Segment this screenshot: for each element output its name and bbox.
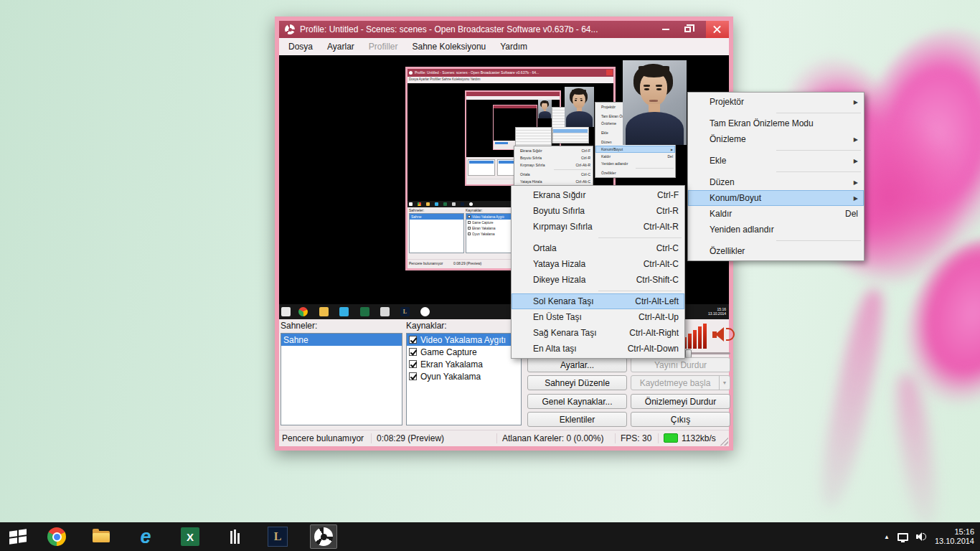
statusbar: Pencere bulunamıyor 0:08:29 (Preview) At… <box>279 430 729 446</box>
menubar-item[interactable]: Ayarlar <box>321 39 361 54</box>
plugins-button[interactable]: Eklentiler <box>527 412 627 427</box>
capture-ie-icon <box>339 307 349 316</box>
app-icon[interactable] <box>224 526 245 547</box>
context-menu-item[interactable]: KaldırDel <box>688 206 864 222</box>
context-menu-item[interactable]: Projektör▶ <box>688 94 864 110</box>
position-menu-item[interactable]: Kırpmayı SıfırlaCtrl-Alt-R <box>512 219 684 235</box>
submenu-arrow-icon: ▶ <box>849 158 858 164</box>
sources-listbox[interactable]: Video Yakalama Aygıtı Game Capture Ekran… <box>406 333 522 425</box>
speaker-icon <box>712 324 737 344</box>
close-button[interactable] <box>706 21 729 38</box>
chrome-icon[interactable] <box>46 526 67 547</box>
capture-chrome-icon <box>298 307 308 316</box>
context-menu-item <box>688 169 864 174</box>
capture-source-checkbox <box>468 227 471 230</box>
capture-excel-icon <box>360 307 369 316</box>
context-menu-item <box>688 147 864 153</box>
desktop: Profile: Untitled - Scenes: scenes - Ope… <box>0 0 980 551</box>
scenes-listbox[interactable]: Sahne <box>281 333 402 425</box>
position-menu-item[interactable]: Boyutu SıfırlaCtrl-R <box>512 203 684 219</box>
context-menu-item[interactable]: Konum/Boyut▶ <box>688 190 864 206</box>
capture-source-row: Oyun Yakalama <box>466 231 517 237</box>
source-row[interactable]: Ekran Yakalama <box>407 358 521 370</box>
position-menu-item[interactable]: Dikeye HizalaCtrl-Shift-C <box>512 272 684 288</box>
stop-stream-button: Yayını Durdur <box>631 357 730 372</box>
status-window-msg: Pencere bulunamıyor <box>282 433 364 443</box>
source-row[interactable]: Video Yakalama Aygıtı <box>407 334 521 346</box>
excel-icon[interactable]: X <box>179 526 201 547</box>
source-checkbox[interactable] <box>409 360 417 368</box>
position-menu-item[interactable]: Ekrana SığdırCtrl-F <box>512 187 684 203</box>
capture-explorer-icon <box>319 307 329 316</box>
capture-source-row: Video Yakalama Aygıtı <box>466 214 517 220</box>
tray-volume-icon[interactable] <box>916 532 927 542</box>
scene-row[interactable]: Sahne <box>281 334 402 346</box>
capture-source-row: Ekran Yakalama <box>466 225 517 231</box>
capture-context-menu-item: Yeniden adlandır <box>595 160 675 167</box>
position-menu-item[interactable]: Sağ Kenara TaşıCtrl-Alt-Right <box>512 325 684 341</box>
source-row[interactable]: Oyun Yakalama <box>407 370 521 382</box>
windows-flag-icon <box>9 529 27 544</box>
context-menu-item[interactable]: Ekle▶ <box>688 153 864 169</box>
system-tray: ▲ 15:16 13.10.2014 <box>884 522 974 551</box>
capture-lol-icon: L <box>400 307 410 316</box>
position-menu-item[interactable]: Sol Kenara TaşıCtrl-Alt-Left <box>512 293 684 309</box>
source-checkbox[interactable] <box>409 348 417 356</box>
file-explorer-icon[interactable] <box>90 526 112 547</box>
capture-tray-clock: 15:1613.10.2014 <box>708 307 726 316</box>
start-button[interactable] <box>7 526 29 547</box>
menubar-item[interactable]: Profiller <box>362 39 405 54</box>
capture-close-button <box>606 70 613 75</box>
position-menu-item[interactable]: Yataya HizalaCtrl-Alt-C <box>512 256 684 272</box>
capture-menubar: Dosya Ayarlar Profiller Sahne Koleksiyon… <box>407 77 613 83</box>
restore-button[interactable] <box>677 21 697 38</box>
context-menu-item[interactable]: Önizleme▶ <box>688 131 864 147</box>
tray-expand-icon[interactable]: ▲ <box>884 534 890 540</box>
status-fps: FPS: 30 <box>621 433 651 443</box>
menubar-item[interactable]: Yardım <box>494 39 534 54</box>
capture-obs-icon <box>420 307 430 316</box>
submenu-arrow-icon: ▶ <box>849 136 858 143</box>
internet-explorer-icon[interactable]: e <box>135 526 156 547</box>
minimize-button[interactable] <box>656 21 676 38</box>
position-menu-item[interactable]: En Üste TaşıCtrl-Alt-Up <box>512 309 684 325</box>
menubar-item[interactable]: Dosya <box>282 39 319 54</box>
settings-button[interactable]: Ayarlar... <box>527 357 627 372</box>
edit-scene-button[interactable]: Sahneyi Düzenle <box>527 375 627 390</box>
capture-status-window-msg: Pencere bulunamıyor <box>409 261 443 265</box>
status-dropped-frames: Atlanan Kareler: 0 (0.00%) <box>502 433 603 443</box>
context-menu-item[interactable]: Özellikler <box>688 243 864 259</box>
capture-scene-row: Sahne <box>410 214 463 220</box>
position-menu-item[interactable]: En Alta taşıCtrl-Alt-Down <box>512 341 684 357</box>
stop-preview-button[interactable]: Önizlemeyi Durdur <box>631 394 730 409</box>
context-menu-item[interactable]: Düzen▶ <box>688 174 864 190</box>
titlebar[interactable]: Profile: Untitled - Scenes: scenes - Ope… <box>279 21 729 38</box>
status-time: 0:08:29 (Preview) <box>377 433 444 443</box>
obs-logo-icon <box>314 527 333 546</box>
context-menu-item <box>688 110 864 116</box>
webcam-source[interactable] <box>623 60 687 145</box>
capture-source-checkbox <box>468 215 471 218</box>
league-of-legends-icon[interactable]: L <box>267 526 288 547</box>
position-menu-item[interactable]: OrtalaCtrl-C <box>512 240 684 256</box>
context-menu-item[interactable]: Tam Ekran Önizleme Modu <box>688 116 864 131</box>
global-sources-button[interactable]: Genel Kaynaklar... <box>527 394 627 409</box>
source-row[interactable]: Game Capture <box>407 346 521 358</box>
capture-position-menu-item: Yataya HizalaCtrl-Alt-C <box>514 178 593 185</box>
tray-display-icon[interactable] <box>897 533 908 541</box>
tray-time: 15:16 <box>935 527 974 537</box>
context-menu-item <box>688 237 864 243</box>
exit-button[interactable]: Çıkış <box>631 412 730 427</box>
record-dropdown-icon[interactable]: ▼ <box>719 376 730 390</box>
webcam-video <box>623 60 687 145</box>
flower-stem <box>813 286 891 511</box>
source-checkbox[interactable] <box>409 372 417 380</box>
position-menu-item <box>512 235 684 240</box>
source-checkbox[interactable] <box>409 336 417 344</box>
obs-taskbar-icon[interactable] <box>310 524 337 549</box>
tray-clock[interactable]: 15:16 13.10.2014 <box>935 527 974 546</box>
context-menu-item[interactable]: Yeniden adlandır <box>688 222 864 237</box>
resize-grip[interactable] <box>719 436 728 446</box>
capture-position-menu-item: Boyutu SıfırlaCtrl-R <box>514 154 593 161</box>
menubar-item[interactable]: Sahne Koleksiyonu <box>406 39 493 54</box>
